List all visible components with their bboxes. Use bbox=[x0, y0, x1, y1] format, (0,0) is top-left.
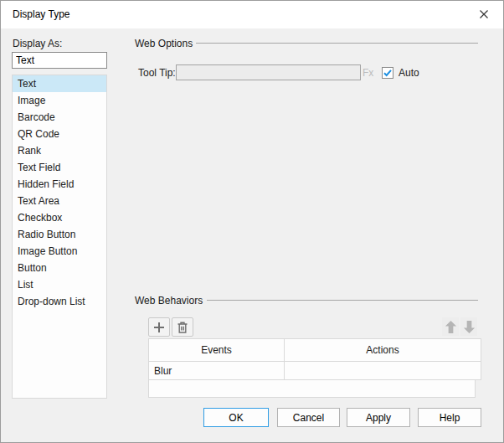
web-options-rule bbox=[196, 43, 478, 44]
action-cell[interactable] bbox=[285, 362, 481, 380]
move-up-button bbox=[442, 317, 459, 336]
list-item-hidden-field[interactable]: Hidden Field bbox=[13, 176, 106, 193]
list-item-text[interactable]: Text bbox=[13, 75, 106, 92]
trash-icon bbox=[175, 320, 190, 335]
arrow-up-icon bbox=[444, 319, 458, 335]
list-item-text-field[interactable]: Text Field bbox=[13, 159, 106, 176]
display-type-dialog: Display Type Display As: Text Image Barc… bbox=[0, 0, 504, 443]
behaviors-table: Events Actions Blur bbox=[148, 338, 481, 380]
web-options-title: Web Options bbox=[135, 38, 193, 49]
help-button[interactable]: Help bbox=[418, 408, 481, 427]
list-item-radio-button[interactable]: Radio Button bbox=[13, 226, 106, 243]
dialog-title: Display Type bbox=[13, 8, 69, 20]
cancel-button[interactable]: Cancel bbox=[277, 408, 340, 427]
list-item-qr-code[interactable]: QR Code bbox=[13, 126, 106, 142]
tooltip-input bbox=[176, 64, 361, 80]
list-item-list[interactable]: List bbox=[13, 276, 106, 293]
list-item-rank[interactable]: Rank bbox=[13, 142, 106, 159]
display-type-list: Text Image Barcode QR Code Rank Text Fie… bbox=[12, 75, 107, 399]
move-down-button bbox=[460, 317, 477, 336]
checkmark-icon bbox=[383, 68, 393, 78]
add-behavior-button[interactable] bbox=[148, 317, 170, 337]
list-item-image[interactable]: Image bbox=[13, 92, 106, 109]
list-item-checkbox[interactable]: Checkbox bbox=[13, 209, 106, 226]
table-empty-area bbox=[148, 379, 476, 398]
display-as-input[interactable] bbox=[12, 52, 107, 69]
auto-checkbox-label: Auto bbox=[399, 67, 419, 79]
close-icon bbox=[475, 5, 493, 23]
display-as-label: Display As: bbox=[13, 38, 62, 49]
list-item-barcode[interactable]: Barcode bbox=[13, 109, 106, 126]
table-header-row: Events Actions bbox=[149, 339, 481, 362]
list-item-drop-down-list[interactable]: Drop-down List bbox=[13, 293, 106, 310]
delete-behavior-button[interactable] bbox=[172, 317, 193, 337]
arrow-down-icon bbox=[462, 319, 476, 335]
tooltip-label: Tool Tip: bbox=[138, 67, 176, 79]
plus-icon bbox=[152, 320, 167, 335]
event-cell[interactable]: Blur bbox=[149, 362, 285, 380]
ok-button[interactable]: OK bbox=[203, 408, 269, 427]
web-behaviors-rule bbox=[207, 300, 478, 301]
actions-column-header: Actions bbox=[285, 339, 481, 362]
table-row[interactable]: Blur bbox=[149, 362, 481, 380]
auto-checkbox[interactable] bbox=[382, 67, 393, 79]
list-item-image-button[interactable]: Image Button bbox=[13, 243, 106, 260]
list-item-text-area[interactable]: Text Area bbox=[13, 193, 106, 209]
close-button[interactable] bbox=[466, 2, 501, 27]
fx-button-disabled: Fx bbox=[363, 67, 373, 79]
apply-button[interactable]: Apply bbox=[347, 408, 410, 427]
web-behaviors-title: Web Behaviors bbox=[135, 295, 203, 306]
titlebar: Display Type bbox=[1, 1, 503, 28]
list-item-button[interactable]: Button bbox=[13, 260, 106, 276]
events-column-header: Events bbox=[149, 339, 285, 362]
